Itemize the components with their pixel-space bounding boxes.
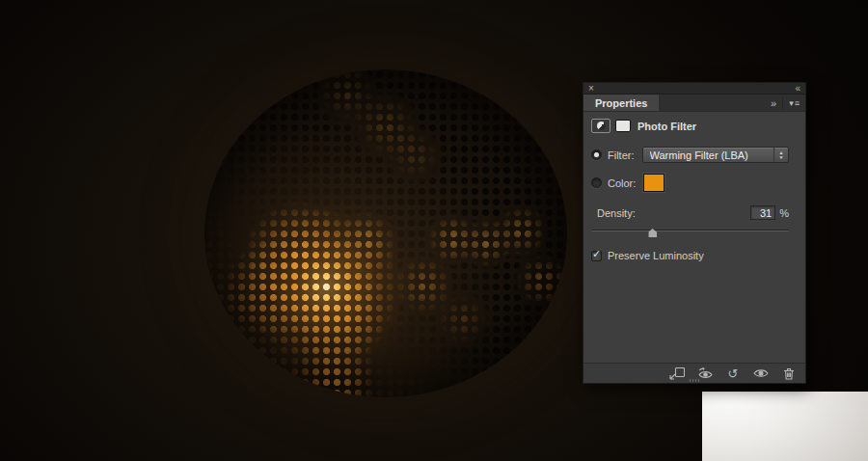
density-row: Density: 31 % [591, 205, 789, 220]
panel-group-topbar: × « [583, 83, 805, 95]
check-icon: ✓ [592, 248, 601, 260]
color-swatch[interactable] [643, 174, 665, 192]
panel-body: Photo Filter Filter: Warming Filter (LBA… [583, 119, 805, 261]
clip-to-layer-button[interactable] [667, 366, 687, 381]
filter-label: Filter: [608, 149, 635, 161]
dropdown-arrows-icon: ▲ ▼ [773, 148, 788, 162]
trash-icon [783, 367, 795, 380]
collapse-panel-icon[interactable]: « [795, 84, 800, 94]
panel-resize-grip[interactable] [690, 379, 700, 382]
density-unit: % [779, 207, 789, 219]
density-slider[interactable] [591, 227, 789, 237]
panel-tab-controls: » ▾≡ [765, 95, 805, 111]
visibility-eye-icon [753, 367, 769, 379]
adjustment-title: Photo Filter [637, 121, 696, 132]
close-icon[interactable]: × [588, 84, 594, 94]
preserve-luminosity-row: ✓ Preserve Luminosity [591, 250, 789, 261]
menu-lines-icon: ≡ [795, 98, 800, 108]
adjustment-header: Photo Filter [591, 119, 789, 133]
density-label: Density: [597, 207, 636, 219]
toggle-visibility-button[interactable] [751, 366, 771, 381]
tab-properties-label: Properties [595, 97, 647, 109]
previous-state-eye-icon [697, 367, 713, 380]
panel-menu-icon[interactable]: ▾≡ [783, 98, 800, 108]
panel-tab-bar: Properties » ▾≡ [583, 95, 805, 112]
color-label: Color: [608, 177, 636, 189]
canvas-image-speaker-grille[interactable] [204, 69, 567, 397]
preserve-luminosity-label: Preserve Luminosity [608, 250, 704, 261]
expand-panel-icon[interactable]: » [765, 97, 783, 109]
delete-adjustment-button[interactable] [779, 366, 799, 381]
clip-to-layer-icon [669, 367, 685, 380]
photo-filter-adjustment-icon [591, 119, 610, 133]
properties-panel: × « Properties » ▾≡ Photo Filter Filter: [583, 82, 806, 384]
preserve-luminosity-checkbox[interactable]: ✓ [591, 251, 602, 261]
corner-image [702, 392, 868, 461]
filter-dropdown-value: Warming Filter (LBA) [650, 149, 774, 161]
density-slider-track[interactable] [591, 230, 789, 231]
reset-icon: ↺ [728, 367, 739, 380]
grille-glow-bloom [204, 69, 567, 397]
density-input[interactable]: 31 [750, 205, 775, 220]
color-radio[interactable] [591, 177, 602, 188]
filter-radio[interactable] [591, 149, 602, 160]
adjustment-circle-glyph [597, 122, 606, 130]
reset-button[interactable]: ↺ [723, 366, 743, 381]
color-row: Color: [591, 174, 789, 192]
layer-mask-icon[interactable] [615, 120, 631, 132]
filter-dropdown[interactable]: Warming Filter (LBA) ▲ ▼ [642, 147, 790, 163]
stepper-down-icon: ▼ [779, 155, 784, 159]
tab-properties[interactable]: Properties [583, 95, 659, 111]
filter-row: Filter: Warming Filter (LBA) ▲ ▼ [591, 147, 789, 163]
